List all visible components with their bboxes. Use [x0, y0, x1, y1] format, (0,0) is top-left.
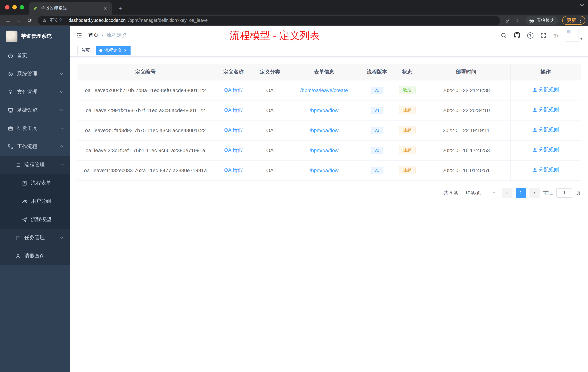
prev-page-button[interactable]: ‹ [502, 188, 512, 198]
form-info-link[interactable]: /bpm/oa/leave/create [300, 87, 348, 93]
col-deploy-time: 部署时间 [422, 64, 510, 80]
goto-label: 前往 [543, 189, 553, 196]
sidebar-item-home[interactable]: 首页 [0, 47, 70, 65]
tab-overflow-chevron-icon[interactable] [580, 2, 584, 7]
forward-button[interactable]: → [14, 16, 24, 25]
tag-close-icon[interactable]: × [124, 48, 127, 53]
tag-home[interactable]: 首页 [77, 46, 94, 55]
assign-rule-link[interactable]: 分配规则 [532, 107, 559, 113]
reload-button[interactable]: ⟳ [25, 16, 35, 25]
tab-close-icon[interactable]: × [103, 5, 108, 11]
browser-menu-icon[interactable]: ⋮ [578, 17, 583, 23]
send-icon [22, 217, 27, 222]
person-icon [532, 128, 537, 132]
definition-name-link[interactable]: OA 请假 [224, 107, 243, 113]
definition-name-link[interactable]: OA 请假 [224, 127, 243, 133]
address-bar[interactable]: 不安全 dashboard.yudao.iocoder.cn/bpm/manag… [38, 16, 500, 25]
sidebar-item-label: 流程表单 [31, 180, 51, 186]
close-window-button[interactable] [5, 5, 10, 10]
definition-name-link[interactable]: OA 请假 [224, 147, 243, 153]
dashboard-icon [8, 53, 13, 59]
goto-page-input[interactable] [556, 188, 572, 197]
person-icon [532, 88, 537, 92]
version-badge: v2 [371, 146, 383, 154]
status-badge: 挂起 [399, 166, 415, 174]
sidebar-logo[interactable]: 芋道管理系统 [0, 26, 70, 47]
sidebar-item-process-management[interactable]: 流程管理 [0, 156, 70, 174]
sidebar-item-payment[interactable]: ¥ 支付管理 [0, 83, 70, 101]
definition-table: 定义编号 定义名称 定义分类 表单信息 流程版本 状态 部署时间 操作 oa_l [77, 64, 581, 180]
table-row: oa_leave:1:482ec033-762a-11ec-8477-a2380… [77, 160, 581, 180]
assign-rule-link[interactable]: 分配规则 [532, 167, 559, 174]
assign-rule-link[interactable]: 分配规则 [532, 87, 559, 93]
user-menu[interactable]: ▾ [566, 29, 582, 42]
back-button[interactable]: ← [3, 16, 13, 25]
form-info-link[interactable]: /bpm/oa/flow [310, 147, 338, 153]
security-label[interactable]: 不安全 [50, 17, 63, 23]
incognito-label: 无痕模式 [537, 17, 554, 23]
deploy-time: 2022-01-22 19:19:11 [422, 120, 510, 140]
bookmark-star-icon[interactable]: ☆ [513, 17, 523, 24]
github-icon[interactable] [514, 32, 520, 39]
page-size-select[interactable]: 10条/页 ▾ [462, 188, 498, 198]
person-icon [532, 148, 537, 153]
current-page-button[interactable]: 1 [516, 188, 526, 198]
form-info-link[interactable]: /bpm/oa/flow [310, 167, 338, 173]
tag-process-definition[interactable]: 流程定义 × [96, 46, 130, 55]
workflow-icon [8, 144, 13, 150]
sidebar-item-system[interactable]: 系统管理 [0, 65, 70, 83]
sidebar-item-dev-tools[interactable]: 研发工具 [0, 119, 70, 138]
table-row: oa_leave:2:3c1f0ef1-76b1-11ec-9c66-a2380… [77, 140, 581, 160]
form-info-link[interactable]: /bpm/oa/flow [310, 127, 338, 133]
sidebar-item-workflow[interactable]: 工作流程 [0, 138, 70, 156]
sidebar-item-user-group[interactable]: 用户分组 [0, 192, 70, 210]
form-info-link[interactable]: /bpm/oa/flow [310, 107, 338, 113]
sidebar-item-infrastructure[interactable]: 基础设施 [0, 101, 70, 119]
header-actions: ? TT ▾ [501, 29, 582, 42]
url-separator [66, 18, 66, 23]
chevron-down-icon [60, 108, 63, 111]
maximize-window-button[interactable] [20, 5, 24, 10]
chevron-down-icon [60, 235, 63, 239]
table-row: oa_leave:3:1fad3d93-7b75-11ec-a3c8-acde4… [77, 120, 581, 140]
next-page-button[interactable]: › [529, 188, 540, 198]
breadcrumb-current: 流程定义 [106, 32, 127, 39]
assign-rule-link[interactable]: 分配规则 [532, 147, 559, 153]
browser-update-chip[interactable]: 更新 ⋮ [562, 16, 585, 25]
sidebar-item-label: 工作流程 [17, 143, 37, 150]
font-size-icon[interactable]: TT [553, 32, 559, 38]
minimize-window-button[interactable] [12, 5, 17, 10]
sidebar-item-process-model[interactable]: 流程模型 [0, 210, 70, 229]
help-icon[interactable]: ? [527, 32, 533, 38]
definition-category: OA [254, 100, 286, 120]
chevron-down-icon [60, 71, 63, 75]
deploy-time: 2022-01-22 20:34:10 [422, 100, 510, 120]
sidebar-item-leave-query[interactable]: 请假查询 [0, 247, 70, 265]
definition-name-link[interactable]: OA 请假 [224, 87, 243, 93]
chevron-down-icon [60, 89, 63, 93]
page-title-annotation: 流程模型 - 定义列表 [230, 29, 320, 43]
incognito-badge: 无痕模式 [525, 16, 558, 25]
breadcrumb: 首页 / 流程定义 [88, 32, 127, 39]
browser-window: 芋道管理系统 × + ← → ⟳ 不安全 dashboard.yudao.ioc… [0, 0, 588, 372]
sidebar-item-label: 系统管理 [17, 71, 37, 77]
assign-rule-link[interactable]: 分配规则 [532, 127, 559, 133]
fullscreen-icon[interactable] [540, 32, 546, 38]
users-icon [22, 198, 27, 204]
sidebar-collapse-button[interactable] [76, 32, 83, 39]
sidebar-item-process-form[interactable]: 流程表单 [0, 174, 70, 192]
password-key-icon[interactable] [503, 18, 512, 23]
chevron-down-icon [60, 126, 63, 129]
search-icon[interactable] [501, 32, 507, 38]
definition-name-link[interactable]: OA 请假 [224, 167, 243, 173]
document-icon [22, 180, 27, 186]
version-badge: v4 [371, 107, 383, 114]
pagination: 共 5 条 10条/页 ▾ ‹ 1 › 前往 页 [77, 188, 581, 198]
browser-tab-strip: 芋道管理系统 × + [0, 0, 588, 15]
table-header-row: 定义编号 定义名称 定义分类 表单信息 流程版本 状态 部署时间 操作 [77, 64, 581, 80]
deploy-time: 2022-01-16 17:46:53 [422, 140, 510, 160]
sidebar-item-task-management[interactable]: 任务管理 [0, 229, 70, 247]
new-tab-button[interactable]: + [116, 5, 125, 12]
browser-tab[interactable]: 芋道管理系统 × [29, 2, 112, 15]
breadcrumb-home[interactable]: 首页 [88, 32, 99, 39]
